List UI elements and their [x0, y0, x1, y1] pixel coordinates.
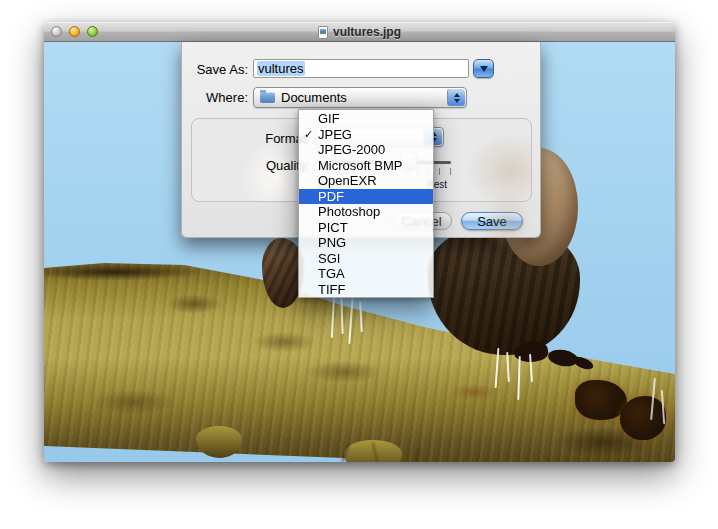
menu-item-gif[interactable]: GIF: [299, 111, 433, 127]
expand-sheet-button[interactable]: [473, 59, 494, 78]
menu-item-microsoft-bmp[interactable]: Microsoft BMP: [299, 158, 433, 174]
menu-item-jpeg[interactable]: ✓JPEG: [299, 127, 433, 143]
window-title: vultures.jpg: [333, 25, 401, 39]
title-area: vultures.jpg: [44, 22, 675, 42]
folder-icon: [260, 92, 275, 103]
where-popup[interactable]: Documents: [253, 87, 467, 108]
menu-item-photoshop[interactable]: Photoshop: [299, 204, 433, 220]
save-as-label: Save As:: [182, 62, 248, 77]
checkmark-icon: ✓: [304, 127, 313, 143]
menu-item-png[interactable]: PNG: [299, 235, 433, 251]
format-label: Format:: [222, 131, 310, 146]
menu-item-openexr[interactable]: OpenEXR: [299, 173, 433, 189]
quality-label: Quality:: [222, 158, 310, 173]
where-label: Where:: [182, 90, 248, 105]
menu-item-tga[interactable]: TGA: [299, 266, 433, 282]
disclosure-triangle-icon: [480, 66, 488, 72]
document-icon: [318, 26, 328, 39]
menu-item-pict[interactable]: PICT: [299, 220, 433, 236]
menu-item-pdf[interactable]: PDF: [299, 189, 433, 205]
selected-filename-text: vultures: [257, 61, 305, 76]
bark-dark-patch: [620, 396, 666, 440]
bark-dark-patch: [575, 380, 627, 420]
menu-item-tiff[interactable]: TIFF: [299, 282, 433, 298]
title-bar[interactable]: vultures.jpg: [44, 22, 675, 42]
where-value: Documents: [281, 90, 466, 105]
desktop: vultures.jpg: [0, 0, 718, 529]
menu-item-sgi[interactable]: SGI: [299, 251, 433, 267]
save-button[interactable]: Save: [461, 212, 523, 230]
menu-item-jpeg-2000[interactable]: JPEG-2000: [299, 142, 433, 158]
popup-stepper-icon: [447, 89, 465, 106]
filename-input[interactable]: vultures: [253, 59, 469, 78]
format-dropdown-menu: GIF ✓JPEG JPEG-2000 Microsoft BMP OpenEX…: [298, 109, 434, 298]
